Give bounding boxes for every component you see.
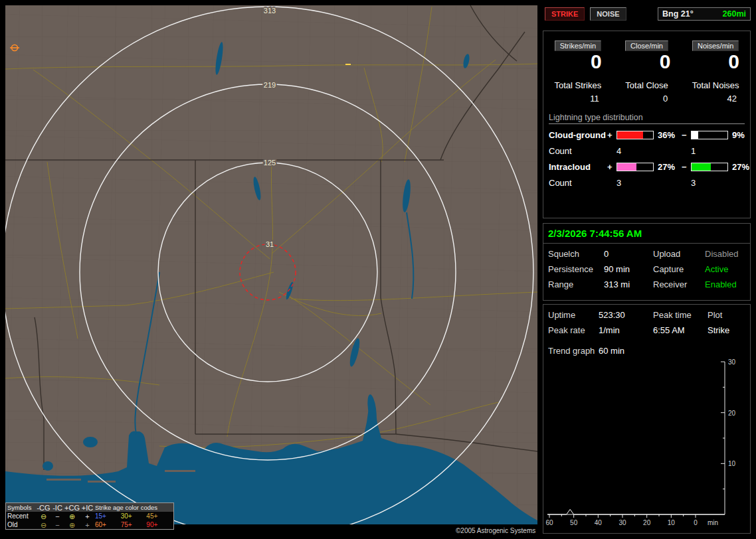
- noises-per-min-value: 0: [681, 51, 750, 72]
- lightning-distribution-title: Lightning type distribution: [549, 113, 745, 124]
- legend-old-label: Old: [7, 521, 37, 529]
- legend-col-nic: -IC: [50, 504, 64, 512]
- intracloud-label: Intracloud: [549, 162, 607, 172]
- ic-plus-icon-old: +: [80, 521, 95, 529]
- status-row-1: Squelch 0 Upload Disabled: [543, 249, 750, 259]
- age-90: 90+: [146, 521, 172, 529]
- plus-sign: +: [607, 130, 616, 140]
- receiver-value: Enabled: [705, 279, 750, 289]
- y-tick-label: 30: [728, 358, 736, 366]
- upload-label: Upload: [653, 249, 705, 259]
- cg-minus-icon: ⊖: [37, 512, 50, 520]
- age-15: 15+: [95, 512, 121, 520]
- squelch-value: 0: [604, 249, 653, 259]
- toolbar: STRIKE NOISE Bng 21° 260mi: [543, 5, 751, 23]
- trend-graph-label: Trend graph: [548, 346, 599, 356]
- range-ring-label-313: 313: [264, 7, 276, 15]
- total-close-label: Total Close: [625, 80, 668, 90]
- range-ring-label-219: 219: [264, 81, 276, 89]
- cloud-ground-row: Cloud-ground + 36% − 9%: [543, 130, 750, 140]
- total-strikes-label: Total Strikes: [554, 80, 601, 90]
- total-noises-label: Total Noises: [692, 80, 739, 90]
- status-row-2: Persistence 90 min Capture Active: [543, 264, 750, 274]
- age-30: 30+: [121, 512, 147, 520]
- map-view[interactable]: 313 219 125 31: [5, 5, 537, 524]
- trend-graph-value: 60 min: [599, 346, 750, 356]
- age-75: 75+: [121, 521, 147, 529]
- total-close-value: 0: [613, 94, 682, 104]
- range-value: 313 mi: [604, 279, 653, 289]
- legend-col-pic: +IC: [80, 504, 95, 512]
- sidebar: STRIKE NOISE Bng 21° 260mi Strikes/min 0…: [543, 0, 751, 539]
- cloud-ground-label: Cloud-ground: [549, 130, 607, 140]
- legend-col-pcg: +CG: [64, 504, 80, 512]
- cg-positive-bar: [616, 131, 654, 139]
- copyright: ©2005 Astrogenic Systems: [456, 527, 535, 534]
- ic-count-label: Count: [549, 178, 616, 188]
- upload-value: Disabled: [705, 249, 750, 259]
- close-column: Close/min 0 Total Close 0: [613, 40, 682, 104]
- range-label: Range: [548, 279, 604, 289]
- noises-column: Noises/min 0 Total Noises 42: [681, 40, 750, 104]
- receiver-label: Receiver: [653, 279, 705, 289]
- plot-label: Plot: [708, 310, 750, 320]
- recent-age-codes: 15+ 30+ 45+: [95, 512, 172, 520]
- cg-positive-pct: 36%: [655, 130, 682, 140]
- ic-negative-bar-fill: [692, 163, 711, 171]
- old-age-codes: 60+ 75+ 90+: [95, 521, 172, 529]
- x-tick-label: 20: [643, 519, 651, 526]
- persistence-value: 90 min: [604, 264, 653, 274]
- noise-button[interactable]: NOISE: [590, 7, 626, 21]
- total-noises-value: 42: [681, 94, 750, 104]
- trend-series: [547, 509, 725, 514]
- range-ring-label-125: 125: [264, 159, 276, 167]
- close-per-min-button[interactable]: Close/min: [625, 40, 668, 51]
- session-row-2: Peak rate 1/min 6:55 AM Strike: [543, 325, 750, 335]
- x-tick-label: 0: [694, 519, 698, 526]
- legend-row-recent: Recent ⊖ − ⊕ + 15+ 30+ 45+: [6, 512, 173, 520]
- ic-minus-icon: −: [50, 512, 64, 520]
- minus-sign-ic: −: [682, 162, 691, 172]
- ic-positive-bar: [616, 163, 654, 171]
- cg-count-label: Count: [549, 146, 616, 156]
- bearing-value: Bng 21°: [662, 9, 694, 19]
- ic-plus-icon: +: [80, 512, 95, 520]
- cg-positive-bar-fill: [617, 131, 643, 139]
- strikes-column: Strikes/min 0 Total Strikes 11: [543, 40, 613, 104]
- strikes-per-min-value: 0: [543, 51, 613, 72]
- squelch-label: Squelch: [548, 249, 604, 259]
- peak-time-label: Peak time: [653, 310, 708, 320]
- x-tick-label: 50: [570, 519, 578, 526]
- cg-negative-pct: 9%: [729, 130, 750, 140]
- peak-rate-value: 1/min: [599, 325, 653, 335]
- cg-negative-bar-fill: [692, 131, 698, 139]
- capture-label: Capture: [653, 264, 705, 274]
- strikes-per-min-button[interactable]: Strikes/min: [555, 40, 601, 51]
- bearing-range: 260mi: [723, 9, 746, 19]
- session-row-3: Trend graph 60 min: [543, 346, 750, 356]
- legend-age-title: Strike age color codes: [95, 504, 172, 512]
- status-panel: 2/3/2026 7:44:56 AM Squelch 0 Upload Dis…: [543, 223, 751, 301]
- ic-positive-bar-fill: [617, 163, 636, 171]
- ic-negative-pct: 27%: [729, 162, 750, 172]
- y-tick-label: 10: [728, 460, 736, 467]
- map-legend: Symbols -CG -IC +CG +IC Strike age color…: [5, 502, 174, 530]
- legend-symbols-title: Symbols: [7, 504, 37, 512]
- map-canvas: 313 219 125 31: [5, 5, 537, 524]
- peak-rate-label: Peak rate: [548, 325, 599, 335]
- uptime-value: 523:30: [599, 310, 653, 320]
- strike-button[interactable]: STRIKE: [545, 7, 585, 21]
- rate-counters: Strikes/min 0 Total Strikes 11 Close/min…: [543, 40, 750, 104]
- ic-minus-icon-old: −: [50, 521, 64, 529]
- ic-positive-count: 3: [616, 178, 691, 188]
- cg-positive-count: 4: [616, 146, 691, 156]
- close-per-min-value: 0: [613, 51, 682, 72]
- uptime-label: Uptime: [548, 310, 599, 320]
- noises-per-min-button[interactable]: Noises/min: [692, 40, 739, 51]
- x-tick-label: 40: [595, 519, 603, 526]
- trend-graph: 6050403020100min302010: [543, 356, 751, 533]
- ic-positive-pct: 27%: [655, 162, 682, 172]
- status-row-3: Range 313 mi Receiver Enabled: [543, 279, 750, 289]
- bearing-display: Bng 21° 260mi: [658, 7, 751, 21]
- x-tick-label: 30: [618, 519, 626, 526]
